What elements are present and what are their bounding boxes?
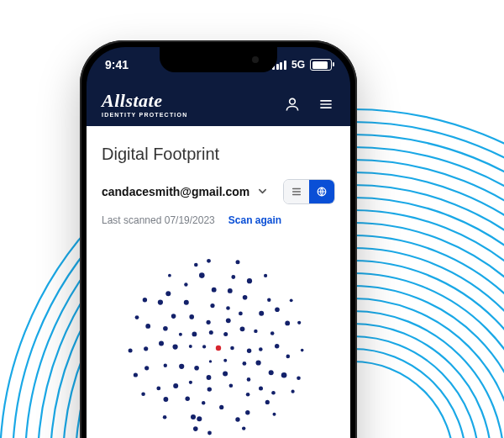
svg-point-109 xyxy=(134,372,138,377)
svg-point-73 xyxy=(212,288,217,293)
svg-point-57 xyxy=(226,306,230,310)
svg-point-62 xyxy=(259,386,263,390)
svg-point-95 xyxy=(231,275,235,279)
svg-point-35 xyxy=(223,332,228,336)
svg-point-39 xyxy=(207,375,212,380)
svg-point-84 xyxy=(197,416,202,421)
svg-point-97 xyxy=(267,298,270,302)
svg-point-50 xyxy=(207,387,212,391)
svg-point-111 xyxy=(135,315,139,319)
svg-point-67 xyxy=(173,383,178,388)
svg-point-72 xyxy=(184,300,189,305)
svg-point-99 xyxy=(285,321,290,326)
svg-point-36 xyxy=(247,349,251,353)
svg-point-33 xyxy=(202,345,206,348)
page-title: Digital Footprint xyxy=(102,145,335,164)
svg-point-52 xyxy=(179,364,184,369)
svg-point-117 xyxy=(264,274,267,277)
svg-point-31 xyxy=(223,359,227,362)
svg-point-78 xyxy=(286,355,291,359)
brand-name: Allstate xyxy=(102,92,187,110)
svg-point-45 xyxy=(240,326,245,331)
view-toggle xyxy=(283,179,335,204)
svg-point-100 xyxy=(301,349,304,352)
svg-point-40 xyxy=(194,366,199,371)
menu-icon[interactable] xyxy=(317,95,335,113)
svg-point-83 xyxy=(235,417,239,421)
svg-point-106 xyxy=(193,426,198,431)
svg-point-116 xyxy=(236,260,240,264)
footprint-visualization[interactable] xyxy=(102,235,335,438)
brand-subtitle: IDENTITY PROTECTION xyxy=(102,112,187,118)
svg-point-61 xyxy=(269,370,274,375)
svg-point-34 xyxy=(209,330,213,335)
svg-point-68 xyxy=(164,364,167,367)
account-email: candacesmith@gmail.com xyxy=(102,185,249,198)
svg-point-110 xyxy=(129,349,133,353)
svg-point-86 xyxy=(164,397,169,402)
svg-point-94 xyxy=(199,272,205,278)
svg-point-74 xyxy=(228,288,233,293)
chevron-down-icon xyxy=(258,187,267,198)
svg-point-104 xyxy=(242,426,245,430)
svg-point-107 xyxy=(163,415,167,420)
svg-point-21 xyxy=(290,98,296,104)
svg-point-80 xyxy=(271,391,276,395)
svg-point-54 xyxy=(179,333,182,336)
scan-again-link[interactable]: Scan again xyxy=(228,214,281,226)
phone-notch xyxy=(160,47,277,72)
svg-point-85 xyxy=(191,414,196,420)
svg-point-101 xyxy=(297,377,301,381)
network-label: 5G xyxy=(291,59,305,71)
status-time: 9:41 xyxy=(105,58,129,71)
svg-point-90 xyxy=(145,324,150,329)
svg-point-96 xyxy=(247,278,252,283)
account-selector[interactable]: candacesmith@gmail.com xyxy=(102,185,267,198)
svg-point-49 xyxy=(229,384,234,388)
svg-point-79 xyxy=(281,372,287,378)
svg-point-103 xyxy=(273,413,276,416)
svg-point-60 xyxy=(275,344,279,348)
svg-point-41 xyxy=(189,345,192,348)
svg-point-56 xyxy=(210,303,214,308)
svg-point-113 xyxy=(168,274,171,277)
svg-point-44 xyxy=(226,318,231,323)
svg-point-51 xyxy=(189,381,192,384)
svg-point-69 xyxy=(159,341,164,346)
svg-point-37 xyxy=(243,361,247,366)
svg-point-98 xyxy=(275,308,280,313)
svg-point-59 xyxy=(254,330,257,333)
content-panel: Digital Footprint candacesmith@gmail.com xyxy=(87,126,350,438)
svg-point-105 xyxy=(207,431,212,435)
svg-point-92 xyxy=(165,291,171,296)
battery-icon xyxy=(310,59,332,71)
svg-point-91 xyxy=(158,300,163,305)
phone-frame: 9:41 5G Allstate IDENTITY PROTECTION xyxy=(80,40,357,438)
svg-point-77 xyxy=(270,331,275,335)
svg-point-102 xyxy=(291,390,295,393)
svg-point-38 xyxy=(223,371,228,376)
svg-point-46 xyxy=(259,347,263,351)
svg-point-89 xyxy=(144,346,148,351)
view-list-button[interactable] xyxy=(284,180,309,203)
svg-point-115 xyxy=(207,259,211,263)
svg-point-42 xyxy=(192,332,197,337)
svg-point-66 xyxy=(186,397,190,401)
svg-point-114 xyxy=(194,263,198,267)
svg-point-29 xyxy=(216,346,221,351)
svg-point-64 xyxy=(219,405,223,409)
svg-point-119 xyxy=(297,321,301,325)
svg-point-118 xyxy=(290,298,293,302)
last-scanned-label: Last scanned 07/19/2023 xyxy=(102,214,215,226)
profile-icon[interactable] xyxy=(283,95,302,113)
svg-point-43 xyxy=(207,320,211,325)
svg-point-47 xyxy=(256,360,261,365)
svg-point-55 xyxy=(189,314,194,319)
app-header: Allstate IDENTITY PROTECTION xyxy=(87,82,350,126)
svg-point-71 xyxy=(171,314,176,319)
svg-point-30 xyxy=(230,346,234,351)
svg-point-63 xyxy=(246,393,250,397)
brand-logo: Allstate IDENTITY PROTECTION xyxy=(102,92,187,118)
svg-point-76 xyxy=(259,311,264,316)
view-graph-button[interactable] xyxy=(309,180,334,203)
